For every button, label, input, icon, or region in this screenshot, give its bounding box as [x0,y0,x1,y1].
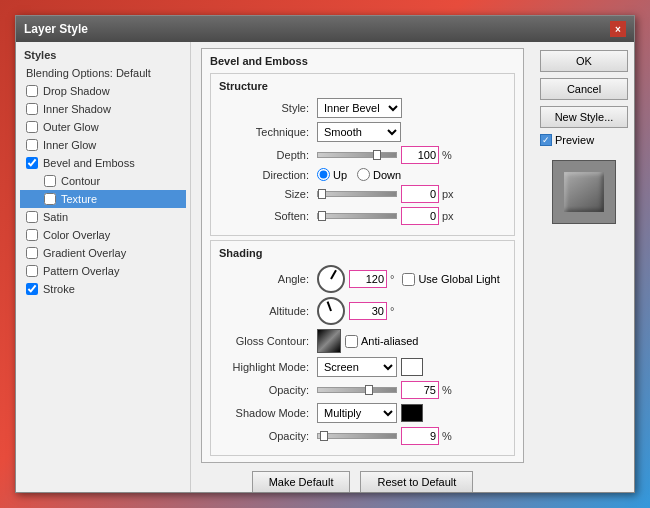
make-default-button[interactable]: Make Default [252,471,351,492]
drop-shadow-checkbox[interactable] [26,85,38,97]
shadow-opacity-input[interactable] [401,427,439,445]
sidebar-item-outer-glow[interactable]: Outer Glow [20,118,186,136]
new-style-button[interactable]: New Style... [540,106,628,128]
direction-row: Direction: Up Down [219,168,506,181]
reset-to-default-button[interactable]: Reset to Default [360,471,473,492]
soften-row: Soften: px [219,207,506,225]
direction-up-radio[interactable]: Up [317,168,347,181]
global-light-check[interactable]: Use Global Light [402,273,499,286]
shadow-color-swatch[interactable] [401,404,423,422]
soften-label: Soften: [219,210,309,222]
color-overlay-checkbox[interactable] [26,229,38,241]
preview-box [540,156,628,224]
inner-shadow-checkbox[interactable] [26,103,38,115]
contour-checkbox[interactable] [44,175,56,187]
soften-input[interactable] [401,207,439,225]
sidebar-item-inner-shadow[interactable]: Inner Shadow [20,100,186,118]
sidebar-item-inner-glow[interactable]: Inner Glow [20,136,186,154]
preview-label: Preview [555,134,594,146]
preview-checkbox[interactable]: ✓ [540,134,552,146]
angle-input[interactable] [349,270,387,288]
bevel-emboss-section: Bevel and Emboss Structure Style: Inner … [201,48,524,463]
close-button[interactable]: × [610,21,626,37]
angle-unit: ° [390,273,394,285]
shadow-opacity-slider[interactable] [317,433,397,439]
size-row: Size: px [219,185,506,203]
altitude-label: Altitude: [219,305,309,317]
size-slider[interactable] [317,191,397,197]
highlight-opacity-slider[interactable] [317,387,397,393]
sidebar-blending-options[interactable]: Blending Options: Default [20,64,186,82]
ok-button[interactable]: OK [540,50,628,72]
soften-unit: px [442,210,454,222]
highlight-opacity-input[interactable] [401,381,439,399]
preview-canvas [552,160,616,224]
technique-select[interactable]: Smooth Chisel Hard [317,122,401,142]
shadow-mode-row: Shadow Mode: Multiply Normal Screen [219,403,506,423]
depth-slider[interactable] [317,152,397,158]
highlight-opacity-row: Opacity: % [219,381,506,399]
depth-row: Depth: % [219,146,506,164]
stroke-checkbox[interactable] [26,283,38,295]
sidebar-item-drop-shadow[interactable]: Drop Shadow [20,82,186,100]
size-label: Size: [219,188,309,200]
shadow-opacity-row: Opacity: % [219,427,506,445]
sidebar-item-satin[interactable]: Satin [20,208,186,226]
direction-down-radio[interactable]: Down [357,168,401,181]
outer-glow-checkbox[interactable] [26,121,38,133]
left-panel: Styles Blending Options: Default Drop Sh… [16,42,191,492]
altitude-row: Altitude: ° [219,297,506,325]
shadow-mode-label: Shadow Mode: [219,407,309,419]
cancel-button[interactable]: Cancel [540,78,628,100]
right-panel: OK Cancel New Style... ✓ Preview [534,42,634,492]
sidebar-item-color-overlay[interactable]: Color Overlay [20,226,186,244]
style-label: Style: [219,102,309,114]
preview-inner [564,172,604,212]
sidebar-item-gradient-overlay[interactable]: Gradient Overlay [20,244,186,262]
texture-checkbox[interactable] [44,193,56,205]
sidebar-item-contour[interactable]: Contour [20,172,186,190]
sidebar-item-bevel-emboss[interactable]: Bevel and Emboss [20,154,186,172]
shadow-opacity-unit: % [442,430,452,442]
title-bar: Layer Style × [16,16,634,42]
angle-row: Angle: ° Use Global Light [219,265,506,293]
style-select[interactable]: Inner Bevel Outer Bevel Emboss [317,98,402,118]
layer-style-dialog: Layer Style × Styles Blending Options: D… [15,15,635,493]
soften-slider[interactable] [317,213,397,219]
altitude-input[interactable] [349,302,387,320]
angle-dial[interactable] [317,265,345,293]
shading-title: Shading [219,247,506,259]
highlight-opacity-label: Opacity: [219,384,309,396]
dialog-title: Layer Style [24,22,88,36]
highlight-opacity-unit: % [442,384,452,396]
depth-input[interactable] [401,146,439,164]
bevel-emboss-title: Bevel and Emboss [210,55,515,67]
sidebar-item-stroke[interactable]: Stroke [20,280,186,298]
size-input[interactable] [401,185,439,203]
anti-aliased-check[interactable]: Anti-aliased [345,335,418,348]
gradient-overlay-checkbox[interactable] [26,247,38,259]
direction-label: Direction: [219,169,309,181]
angle-label: Angle: [219,273,309,285]
bevel-emboss-checkbox[interactable] [26,157,38,169]
contour-preview[interactable] [317,329,341,353]
highlight-mode-select[interactable]: Screen Normal Multiply [317,357,397,377]
preview-check[interactable]: ✓ Preview [540,134,628,146]
pattern-overlay-checkbox[interactable] [26,265,38,277]
highlight-mode-label: Highlight Mode: [219,361,309,373]
structure-title: Structure [219,80,506,92]
gloss-label: Gloss Contour: [219,335,309,347]
inner-glow-checkbox[interactable] [26,139,38,151]
size-unit: px [442,188,454,200]
altitude-unit: ° [390,305,394,317]
blending-options-label: Blending Options: Default [26,67,151,79]
shadow-mode-select[interactable]: Multiply Normal Screen [317,403,397,423]
sidebar-item-pattern-overlay[interactable]: Pattern Overlay [20,262,186,280]
highlight-mode-row: Highlight Mode: Screen Normal Multiply [219,357,506,377]
sidebar-item-texture[interactable]: Texture [20,190,186,208]
technique-row: Technique: Smooth Chisel Hard [219,122,506,142]
satin-checkbox[interactable] [26,211,38,223]
highlight-color-swatch[interactable] [401,358,423,376]
depth-label: Depth: [219,149,309,161]
altitude-dial[interactable] [317,297,345,325]
